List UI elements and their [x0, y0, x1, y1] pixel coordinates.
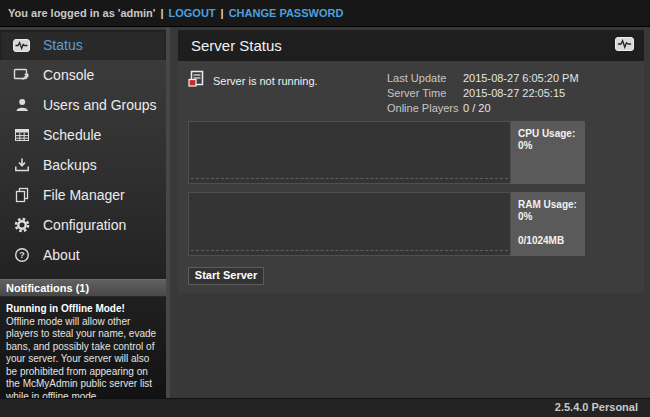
sidebar-item-label: Schedule: [43, 127, 101, 143]
ram-usage-chart: [188, 192, 511, 256]
users-icon: [13, 97, 30, 114]
svg-text:?: ?: [19, 250, 25, 260]
sidebar-item-label: Users and Groups: [43, 97, 157, 113]
notification-title: Running in Offline Mode!: [6, 303, 160, 316]
logout-link[interactable]: LOGOUT: [169, 7, 216, 19]
separator: |: [160, 7, 163, 19]
server-stopped-icon: [188, 70, 205, 92]
ram-chart-baseline: [191, 250, 508, 251]
sidebar-item-console[interactable]: Console: [0, 60, 166, 90]
info-label: Server Time: [387, 87, 463, 99]
server-state-row: Server is not running.: [188, 70, 318, 92]
footer-bar: 2.5.4.0 Personal: [0, 398, 650, 417]
page-title: Server Status: [191, 37, 615, 54]
cpu-usage-value: 0%: [518, 140, 578, 152]
server-info-table: Last Update 2015-08-27 6:05:20 PM Server…: [387, 72, 579, 114]
sidebar-item-file-manager[interactable]: File Manager: [0, 180, 166, 210]
mcmyadmin-window: You are logged in as 'admin' | LOGOUT | …: [0, 0, 650, 417]
notifications-section: Notifications (1) Running in Offline Mod…: [0, 279, 166, 403]
logged-in-text: You are logged in as 'admin': [8, 7, 155, 19]
file-manager-icon: [13, 187, 30, 204]
info-value: 2015-08-27 6:05:20 PM: [463, 72, 579, 84]
separator: |: [221, 7, 224, 19]
sidebar-item-configuration[interactable]: Configuration: [0, 210, 166, 240]
console-icon: [13, 67, 30, 84]
status-pulse-icon: [615, 37, 634, 55]
info-value: 0 / 20: [463, 102, 579, 114]
sidebar-item-status[interactable]: Status: [0, 30, 166, 60]
sidebar-item-label: About: [43, 247, 80, 263]
change-password-link[interactable]: CHANGE PASSWORD: [229, 7, 344, 19]
notification-item: Running in Offline Mode! Offline mode wi…: [0, 297, 166, 403]
sidebar: Status Console Users and Groups Schedule: [0, 27, 170, 399]
server-status-panel: Server is not running. Last Update 2015-…: [178, 61, 644, 293]
help-icon: ?: [13, 247, 30, 264]
version-text: 2.5.4.0 Personal: [555, 401, 638, 413]
sidebar-item-label: File Manager: [43, 187, 125, 203]
notifications-header: Notifications (1): [0, 279, 166, 297]
sidebar-item-label: Backups: [43, 157, 97, 173]
server-status-header: Server Status: [178, 30, 644, 61]
info-label: Last Update: [387, 72, 463, 84]
server-state-message: Server is not running.: [213, 75, 318, 87]
cpu-chart-baseline: [191, 178, 508, 179]
start-server-button[interactable]: Start Server: [188, 267, 264, 285]
schedule-icon: [13, 127, 30, 144]
gear-icon: [13, 217, 30, 234]
sidebar-item-label: Status: [43, 37, 83, 53]
info-label: Online Players: [387, 102, 463, 114]
notification-text: Offline mode will allow other players to…: [6, 316, 160, 404]
sidebar-item-schedule[interactable]: Schedule: [0, 120, 166, 150]
top-bar: You are logged in as 'admin' | LOGOUT | …: [0, 0, 650, 27]
cpu-usage-label: CPU Usage:: [518, 128, 578, 140]
status-icon: [13, 37, 30, 54]
sidebar-item-users-and-groups[interactable]: Users and Groups: [0, 90, 166, 120]
sidebar-item-label: Console: [43, 67, 94, 83]
ram-usage-value: 0%: [518, 211, 578, 223]
info-value: 2015-08-27 22:05:15: [463, 87, 579, 99]
cpu-usage-panel: CPU Usage: 0%: [511, 121, 585, 184]
ram-usage-label: RAM Usage:: [518, 199, 578, 211]
sidebar-item-label: Configuration: [43, 217, 126, 233]
sidebar-nav: Status Console Users and Groups Schedule: [0, 27, 166, 270]
sidebar-item-about[interactable]: ? About: [0, 240, 166, 270]
ram-usage-panel: RAM Usage: 0% 0/1024MB: [511, 192, 585, 256]
sidebar-item-backups[interactable]: Backups: [0, 150, 166, 180]
ram-usage-detail: 0/1024MB: [518, 235, 578, 247]
cpu-usage-chart: [188, 121, 511, 184]
backups-icon: [13, 157, 30, 174]
